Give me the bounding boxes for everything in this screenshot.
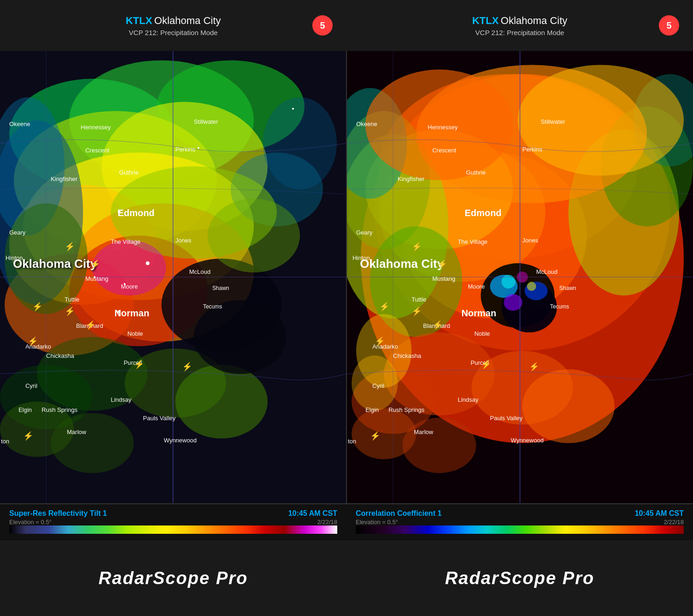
svg-point-108 (522, 369, 614, 443)
svg-text:Kingfisher: Kingfisher (398, 175, 425, 182)
svg-text:Tecums: Tecums (550, 303, 569, 310)
right-product: Correlation Coefficient 1 (356, 509, 442, 518)
svg-text:Stillwater: Stillwater (541, 118, 565, 125)
svg-text:Hinton: Hinton (353, 254, 370, 261)
svg-text:Moore: Moore (121, 283, 138, 290)
svg-text:Crescent: Crescent (432, 147, 456, 154)
svg-text:⚡: ⚡ (134, 359, 145, 369)
right-status-inner: Correlation Coefficient 1 Elevation = 0.… (356, 509, 684, 525)
cc-colorbar (356, 525, 684, 534)
left-badge: 5 (312, 15, 333, 36)
svg-point-68 (292, 108, 294, 109)
svg-text:Tuttle: Tuttle (65, 296, 79, 303)
left-elevation: Elevation = 0.5° (9, 519, 107, 525)
svg-text:⚡: ⚡ (28, 336, 38, 346)
right-vcp: VCP 212: Precipitation Mode (472, 29, 567, 36)
svg-point-22 (194, 300, 286, 374)
svg-text:Okeene: Okeene (9, 121, 30, 127)
svg-text:Perkins: Perkins (175, 146, 195, 153)
svg-text:Hennessey: Hennessey (81, 124, 111, 131)
svg-text:Rush Springs: Rush Springs (389, 406, 425, 413)
right-status-right: 10:45 AM CST 2/22/18 (635, 509, 684, 525)
left-city: Oklahoma City (154, 15, 221, 26)
svg-text:Marlow: Marlow (67, 429, 86, 435)
svg-text:Tuttle: Tuttle (412, 296, 426, 303)
status-bar: Super-Res Reflectivity Tilt 1 Elevation … (0, 503, 693, 540)
svg-text:Pauls Valley: Pauls Valley (143, 415, 176, 422)
svg-text:Jones: Jones (175, 237, 191, 244)
svg-text:Edmond: Edmond (118, 208, 155, 218)
svg-text:Cyril: Cyril (372, 382, 384, 389)
svg-text:McLoud: McLoud (536, 268, 557, 275)
svg-text:⚡: ⚡ (90, 259, 101, 269)
svg-text:⚡: ⚡ (65, 242, 75, 252)
left-status-panel: Super-Res Reflectivity Tilt 1 Elevation … (0, 503, 346, 540)
svg-text:Oklahoma City: Oklahoma City (360, 257, 444, 271)
left-product: Super-Res Reflectivity Tilt 1 (9, 509, 107, 518)
left-vcp: VCP 212: Precipitation Mode (126, 29, 221, 36)
svg-text:Crescent: Crescent (85, 147, 109, 154)
right-time: 10:45 AM CST (635, 509, 684, 518)
svg-text:Noble: Noble (474, 330, 490, 337)
svg-text:Oklahoma City: Oklahoma City (13, 257, 97, 271)
svg-text:Cyril: Cyril (25, 382, 37, 389)
svg-text:Pauls Valley: Pauls Valley (490, 415, 523, 422)
svg-text:ton: ton (348, 438, 356, 445)
svg-rect-158 (356, 525, 684, 534)
right-station: KTLX (472, 15, 498, 26)
svg-text:Okeene: Okeene (356, 121, 377, 127)
svg-text:⚡: ⚡ (370, 431, 381, 441)
left-header: KTLX Oklahoma City VCP 212: Precipitatio… (0, 0, 346, 51)
right-map-panel[interactable]: Oklahoma City Edmond Norman Moore Mustan… (347, 51, 693, 503)
svg-text:Jones: Jones (522, 237, 538, 244)
svg-text:Chickasha: Chickasha (393, 352, 421, 359)
svg-text:⚡: ⚡ (85, 320, 96, 330)
svg-text:Marlow: Marlow (414, 429, 433, 435)
left-station: KTLX (126, 15, 152, 26)
svg-text:⚡: ⚡ (412, 242, 422, 252)
svg-text:Moore: Moore (468, 283, 485, 290)
svg-text:⚡: ⚡ (412, 306, 422, 316)
svg-point-24 (263, 97, 337, 190)
svg-text:Norman: Norman (462, 308, 496, 318)
svg-text:Stillwater: Stillwater (194, 118, 218, 125)
svg-text:⚡: ⚡ (23, 431, 34, 441)
left-date: 2/22/18 (288, 519, 337, 525)
reflectivity-colorbar (9, 525, 337, 534)
right-header: KTLX Oklahoma City VCP 212: Precipitatio… (346, 0, 693, 51)
left-brand-logo: RadarScope Pro (98, 568, 248, 588)
svg-point-26 (207, 199, 300, 272)
svg-text:Elgin: Elgin (18, 406, 32, 413)
svg-text:⚡: ⚡ (437, 259, 448, 269)
svg-point-69 (197, 147, 199, 149)
svg-text:Wynnewood: Wynnewood (511, 437, 544, 444)
svg-text:⚡: ⚡ (529, 362, 540, 372)
svg-text:Hinton: Hinton (6, 254, 23, 261)
svg-text:Mustang: Mustang (432, 275, 456, 282)
svg-text:ton: ton (1, 438, 9, 445)
svg-text:Lindsay: Lindsay (458, 396, 479, 403)
left-colorbar (9, 525, 337, 536)
svg-text:Guthrie: Guthrie (119, 169, 139, 176)
svg-point-98 (504, 294, 523, 311)
svg-text:Hennessey: Hennessey (428, 124, 458, 131)
left-map-panel[interactable]: Oklahoma City Edmond Norman Moore Mustan… (0, 51, 347, 503)
svg-text:⚡: ⚡ (375, 336, 385, 346)
svg-text:Noble: Noble (128, 330, 143, 337)
svg-text:Elgin: Elgin (365, 406, 379, 413)
svg-point-101 (527, 282, 536, 291)
left-title: KTLX Oklahoma City VCP 212: Precipitatio… (126, 15, 221, 36)
svg-point-65 (118, 310, 121, 313)
right-status-panel: Correlation Coefficient 1 Elevation = 0.… (346, 503, 693, 540)
right-brand-logo: RadarScope Pro (445, 568, 595, 588)
svg-text:Tecums: Tecums (203, 303, 222, 310)
svg-point-18 (175, 365, 267, 439)
svg-text:⚡: ⚡ (65, 306, 75, 316)
svg-rect-157 (9, 525, 337, 534)
svg-text:The Village: The Village (111, 238, 141, 245)
svg-text:Rush Springs: Rush Springs (42, 406, 78, 413)
svg-text:The Village: The Village (458, 238, 488, 245)
svg-text:Shawn: Shawn (559, 285, 576, 291)
right-city: Oklahoma City (501, 15, 567, 26)
svg-text:McLoud: McLoud (189, 268, 210, 275)
